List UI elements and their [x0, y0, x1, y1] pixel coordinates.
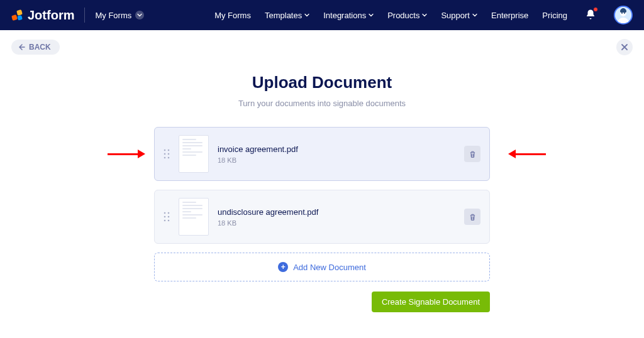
drag-handle-icon[interactable]	[164, 149, 170, 159]
arrow-left-icon	[18, 43, 25, 51]
nav-label: Enterprise	[491, 11, 528, 20]
svg-point-16	[168, 216, 170, 218]
chevron-down-icon	[304, 13, 309, 18]
back-button[interactable]: BACK	[11, 40, 60, 55]
primary-nav: My Forms Templates Integrations Products…	[214, 6, 633, 25]
svg-point-18	[168, 220, 170, 222]
nav-templates[interactable]: Templates	[265, 11, 309, 20]
chevron-down-icon	[472, 13, 477, 18]
main-content: Upload Document Turn your documents into…	[0, 73, 644, 312]
svg-point-14	[168, 212, 170, 214]
close-button[interactable]	[616, 39, 633, 55]
svg-point-7	[164, 150, 166, 151]
add-document-label: Add New Document	[293, 263, 366, 272]
create-signable-button[interactable]: Create Signable Document	[372, 292, 490, 312]
svg-point-10	[168, 153, 170, 155]
svg-point-5	[621, 13, 623, 14]
avatar-icon	[615, 7, 631, 23]
divider	[84, 8, 85, 23]
svg-point-13	[164, 212, 166, 214]
nav-pricing[interactable]: Pricing	[542, 11, 567, 20]
notifications-button[interactable]	[585, 9, 596, 22]
nav-myforms[interactable]: My Forms	[214, 11, 251, 20]
document-thumbnail-icon	[179, 135, 209, 173]
file-size: 18 KB	[218, 219, 455, 227]
file-size: 18 KB	[218, 156, 455, 164]
nav-products[interactable]: Products	[387, 11, 427, 20]
nav-label: Products	[387, 11, 419, 20]
page-title: Upload Document	[0, 73, 644, 92]
close-icon	[621, 43, 628, 51]
delete-button[interactable]	[464, 209, 480, 225]
context-label: My Forms	[95, 11, 131, 20]
file-list: invoice agreement.pdf 18 KB	[154, 127, 490, 281]
file-info: invoice agreement.pdf 18 KB	[218, 144, 455, 164]
nav-label: Templates	[265, 11, 302, 20]
file-name: invoice agreement.pdf	[218, 144, 455, 154]
annotation-arrow-icon	[108, 150, 145, 158]
chevron-down-icon	[422, 13, 427, 18]
app-header: Jotform My Forms My Forms Templates Inte…	[0, 0, 644, 30]
context-selector[interactable]: My Forms	[95, 11, 144, 20]
file-card[interactable]: undisclosure agreement.pdf 18 KB	[154, 190, 490, 244]
trash-icon	[469, 213, 477, 221]
chevron-down-icon	[369, 13, 374, 18]
drag-handle-icon[interactable]	[164, 212, 170, 222]
nav-label: Integrations	[323, 11, 366, 20]
nav-integrations[interactable]: Integrations	[323, 11, 374, 20]
nav-label: Pricing	[542, 11, 567, 20]
nav-support[interactable]: Support	[441, 11, 477, 20]
page-topbar: BACK	[0, 30, 644, 55]
brand-logo[interactable]: Jotform	[11, 8, 74, 23]
annotation-arrow-icon	[508, 150, 546, 158]
svg-point-8	[168, 150, 170, 151]
logo-icon	[11, 9, 24, 21]
back-label: BACK	[29, 43, 51, 52]
nav-label: Support	[441, 11, 470, 20]
svg-rect-2	[17, 15, 23, 21]
avatar[interactable]	[614, 6, 633, 25]
svg-rect-0	[11, 14, 18, 21]
notification-dot	[593, 7, 598, 12]
svg-point-15	[164, 216, 166, 218]
chevron-down-icon	[135, 11, 144, 19]
nav-label: My Forms	[214, 11, 251, 20]
svg-point-6	[624, 13, 625, 14]
file-card[interactable]: invoice agreement.pdf 18 KB	[154, 127, 490, 181]
plus-icon: +	[278, 262, 288, 272]
document-thumbnail-icon	[179, 198, 209, 236]
file-name: undisclosure agreement.pdf	[218, 207, 455, 217]
svg-point-9	[164, 153, 166, 155]
svg-point-11	[164, 157, 166, 159]
svg-rect-1	[16, 9, 23, 16]
trash-icon	[469, 150, 477, 158]
nav-enterprise[interactable]: Enterprise	[491, 11, 528, 20]
svg-point-17	[164, 220, 166, 222]
brand-name: Jotform	[28, 8, 74, 23]
page-subtitle: Turn your documents into signable docume…	[0, 99, 644, 108]
actions-bar: Create Signable Document	[154, 292, 490, 312]
file-info: undisclosure agreement.pdf 18 KB	[218, 207, 455, 227]
svg-point-12	[168, 157, 170, 159]
add-document-button[interactable]: + Add New Document	[154, 253, 490, 281]
delete-button[interactable]	[464, 146, 480, 162]
